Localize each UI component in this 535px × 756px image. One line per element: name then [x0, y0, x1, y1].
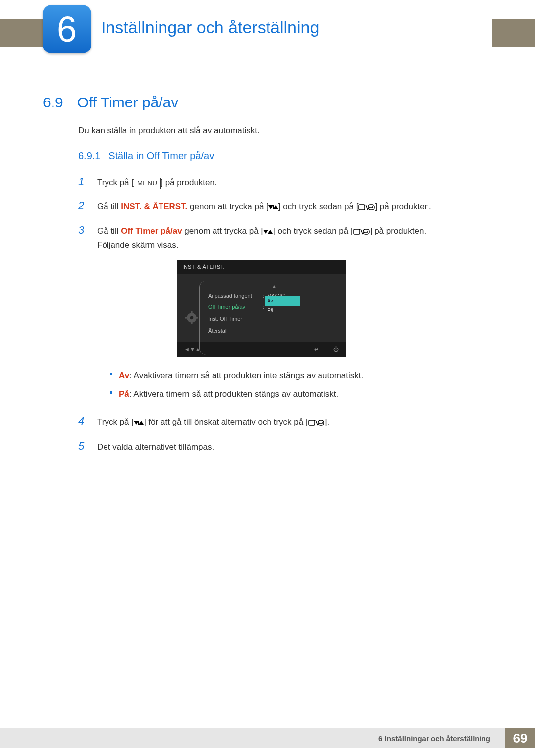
- osd-item-label: Inst. Off Timer: [208, 315, 263, 324]
- svg-marker-7: [263, 230, 268, 234]
- svg-marker-8: [268, 230, 273, 234]
- svg-marker-0: [268, 205, 273, 209]
- svg-point-15: [190, 316, 194, 320]
- svg-line-24: [316, 420, 318, 425]
- svg-rect-10: [354, 229, 360, 234]
- svg-rect-22: [138, 421, 139, 425]
- svg-rect-3: [359, 205, 365, 210]
- osd-item-label: Återställ: [208, 327, 263, 336]
- step-number: 1: [78, 173, 88, 190]
- section-number: 6.9: [43, 94, 63, 111]
- svg-rect-17: [191, 322, 192, 324]
- svg-marker-6: [369, 207, 370, 209]
- step-number: 3: [78, 221, 88, 239]
- section-heading: 6.9 Off Timer på/av: [43, 94, 492, 111]
- subsection-number: 6.9.1: [78, 151, 100, 161]
- enter-icon: [358, 204, 375, 211]
- step-number: 2: [78, 197, 88, 214]
- menu-path: INST. & ÅTERST.: [121, 202, 187, 211]
- svg-rect-2: [273, 205, 274, 209]
- bullet-label: Av: [119, 371, 129, 380]
- footer-label: 6 Inställningar och återställning: [378, 734, 497, 743]
- step-number: 4: [78, 412, 88, 430]
- osd-dropdown-option: På: [265, 306, 300, 316]
- chapter-title: Inställningar och återställning: [101, 18, 319, 37]
- step-text: Gå till INST. & ÅTERST. genom att trycka…: [97, 200, 431, 213]
- step-2: 2 Gå till INST. & ÅTERST. genom att tryc…: [78, 197, 492, 214]
- osd-nav-down-icon: ▼: [190, 345, 195, 354]
- bullet-item: På: Aktivera timern så att produkten stä…: [110, 387, 426, 401]
- steps-list: 1 Tryck på [MENU] på produkten. 2 Gå til…: [78, 173, 492, 454]
- step-4: 4 Tryck på [] för att gå till önskat alt…: [78, 412, 492, 430]
- down-up-icon: [263, 229, 273, 235]
- osd-screenshot: INST. & ÅTERST. ▲ Anpassad tangent : MAG…: [177, 260, 346, 357]
- svg-rect-5: [368, 205, 374, 210]
- footer-page-number: 69: [505, 728, 535, 748]
- osd-dropdown-option-selected: Av: [265, 296, 300, 306]
- svg-rect-12: [363, 229, 369, 234]
- svg-rect-19: [196, 317, 198, 319]
- osd-title: INST. & ÅTERST.: [177, 260, 346, 274]
- down-up-icon: [268, 204, 278, 210]
- menu-button-label: MENU: [134, 178, 160, 189]
- step-text: Tryck på [MENU] på produkten.: [97, 176, 217, 189]
- svg-marker-21: [139, 421, 144, 425]
- chapter-number-badge: 6: [43, 5, 91, 53]
- svg-rect-16: [191, 311, 192, 313]
- bullet-item: Av: Avaktivera timern så att produkten i…: [110, 369, 426, 382]
- svg-rect-25: [318, 420, 324, 425]
- page-content: 6.9 Off Timer på/av Du kan ställa in pro…: [43, 94, 492, 461]
- osd-item-label: Anpassad tangent: [208, 292, 263, 301]
- svg-marker-1: [273, 205, 278, 209]
- section-intro: Du kan ställa in produkten att slå av au…: [78, 126, 492, 136]
- svg-marker-13: [364, 231, 365, 233]
- gear-icon: [185, 311, 198, 324]
- osd-arc-decoration: [199, 281, 206, 355]
- svg-marker-20: [134, 421, 139, 425]
- subsection-heading: 6.9.1 Ställa in Off Timer på/av: [78, 151, 492, 162]
- step-text: Det valda alternativet tillämpas.: [97, 440, 214, 454]
- enter-icon: [308, 419, 325, 426]
- step-5: 5 Det valda alternativet tillämpas.: [78, 437, 492, 454]
- step-3: 3 Gå till Off Timer på/av genom att tryc…: [78, 221, 492, 405]
- enter-icon: [353, 228, 370, 235]
- step-1: 1 Tryck på [MENU] på produkten.: [78, 173, 492, 190]
- svg-line-11: [361, 229, 363, 234]
- osd-scroll-up-icon: ▲: [208, 281, 341, 290]
- osd-nav-enter-icon: ↵: [314, 345, 319, 354]
- osd-item: Återställ: [208, 325, 341, 337]
- svg-rect-9: [268, 230, 268, 234]
- step-number: 5: [78, 437, 88, 454]
- osd-nav-back-icon: ◄: [184, 345, 190, 354]
- svg-rect-18: [185, 317, 187, 319]
- subsection-title: Ställa in Off Timer på/av: [108, 151, 214, 161]
- menu-path: Off Timer på/av: [121, 226, 182, 236]
- bullet-label: På: [119, 389, 129, 399]
- svg-line-4: [366, 205, 368, 210]
- osd-item-label: Off Timer på/av: [208, 303, 263, 312]
- svg-rect-23: [309, 420, 315, 425]
- osd-dropdown: Av På: [265, 296, 300, 316]
- down-up-icon: [134, 420, 144, 426]
- footer-right: 6 Inställningar och återställning 69: [378, 728, 535, 748]
- step-text: Gå till Off Timer på/av genom att trycka…: [97, 224, 426, 405]
- bullet-list: Av: Avaktivera timern så att produkten i…: [110, 369, 426, 401]
- step-text: Tryck på [] för att gå till önskat alter…: [97, 415, 329, 429]
- svg-marker-26: [319, 422, 320, 424]
- osd-nav-power-icon: ⏻: [333, 345, 339, 354]
- section-title: Off Timer på/av: [77, 94, 179, 111]
